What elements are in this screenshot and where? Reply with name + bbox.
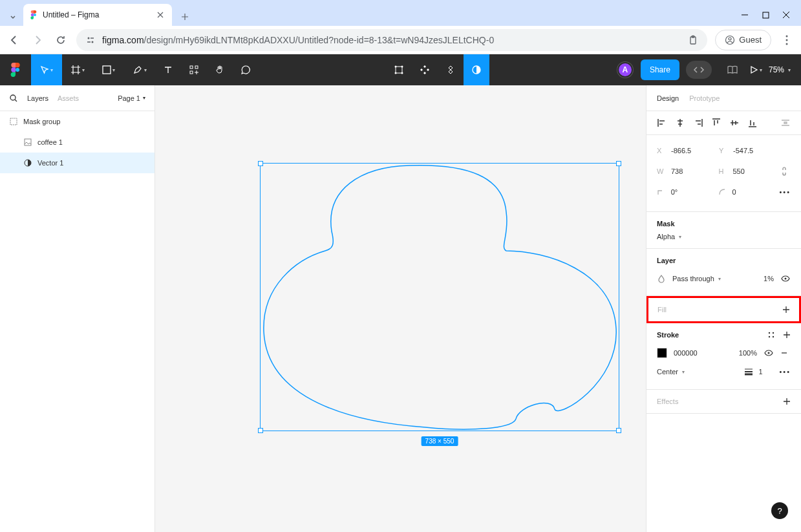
shape-tool-button[interactable]: ▾ — [93, 54, 124, 85]
stroke-width-icon — [744, 368, 753, 376]
align-top-icon[interactable] — [711, 118, 721, 128]
library-button[interactable] — [722, 54, 743, 85]
svg-point-30 — [773, 336, 774, 337]
y-input[interactable]: -547.5 — [733, 147, 778, 154]
browser-menu-button[interactable] — [779, 35, 795, 45]
text-tool-button[interactable] — [155, 54, 181, 85]
add-fill-button[interactable] — [782, 306, 790, 314]
svg-point-28 — [773, 332, 774, 334]
mask-button[interactable] — [464, 54, 489, 85]
w-input[interactable]: 738 — [671, 167, 716, 175]
design-tab[interactable]: Design — [657, 94, 679, 102]
edit-object-button[interactable] — [386, 54, 412, 85]
resize-handle-bl[interactable] — [258, 428, 263, 433]
add-stroke-button[interactable] — [783, 331, 791, 339]
more-options-button[interactable]: ••• — [779, 188, 791, 196]
h-input[interactable]: 550 — [732, 167, 778, 175]
resize-handle-tr[interactable] — [616, 161, 621, 166]
share-button[interactable]: Share — [641, 59, 679, 80]
hand-tool-button[interactable] — [207, 54, 233, 85]
canvas[interactable]: 738 × 550 — [155, 85, 646, 532]
blend-mode-dropdown[interactable]: Pass through▾ — [672, 275, 721, 282]
stroke-opacity-input[interactable]: 100% — [739, 349, 757, 357]
blend-mode-icon[interactable] — [657, 274, 666, 283]
profile-button[interactable]: Guest — [715, 30, 771, 50]
tab-search-dropdown[interactable] — [5, 8, 21, 26]
tab-close-icon[interactable] — [155, 10, 166, 20]
svg-rect-4 — [690, 37, 696, 44]
stroke-hex-input[interactable]: 000000 — [674, 349, 698, 357]
help-button[interactable]: ? — [771, 502, 788, 519]
svg-point-10 — [786, 43, 788, 45]
radius-input[interactable]: 0 — [732, 188, 776, 196]
reload-button[interactable] — [53, 32, 69, 48]
effects-section-header: Effects — [657, 398, 678, 405]
close-window-button[interactable] — [782, 10, 791, 19]
page-dropdown[interactable]: Page 1▾ — [118, 94, 145, 102]
present-button[interactable]: ▾ — [743, 54, 769, 85]
align-hcenter-icon[interactable] — [675, 118, 685, 128]
layers-tab[interactable]: Layers — [27, 94, 48, 102]
search-icon[interactable] — [9, 94, 18, 103]
constrain-proportions-icon[interactable] — [780, 166, 791, 176]
minimize-button[interactable] — [740, 10, 749, 19]
rotation-input[interactable]: 0° — [671, 188, 716, 196]
align-vcenter-icon[interactable] — [729, 118, 740, 128]
layer-mask-group[interactable]: Mask group — [0, 111, 155, 132]
user-avatar[interactable]: A — [617, 62, 633, 78]
resize-handle-br[interactable] — [616, 428, 621, 433]
tab-title: Untitled – Figma — [43, 10, 150, 19]
assets-tab[interactable]: Assets — [58, 94, 79, 102]
use-as-mask-button[interactable] — [438, 54, 464, 85]
site-settings-icon[interactable] — [85, 35, 96, 45]
vector-shape — [261, 164, 620, 432]
svg-point-20 — [401, 72, 403, 74]
zoom-dropdown[interactable]: 75%▾ — [769, 65, 791, 74]
back-button[interactable] — [6, 32, 22, 48]
comment-tool-button[interactable] — [233, 54, 259, 85]
add-effect-button[interactable] — [783, 398, 791, 405]
create-component-button[interactable] — [412, 54, 438, 85]
forward-button[interactable] — [30, 32, 45, 48]
maximize-button[interactable] — [761, 10, 770, 19]
visibility-icon[interactable] — [780, 273, 791, 284]
selection-box[interactable]: 738 × 550 — [260, 163, 619, 431]
layer-coffee-1[interactable]: coffee 1 — [0, 132, 155, 153]
remove-stroke-button[interactable] — [780, 349, 791, 357]
url-bar[interactable]: figma.com/design/mHy69ikdLNTMt8pKdADXXU/… — [76, 29, 707, 51]
svg-rect-14 — [195, 66, 198, 69]
dev-mode-toggle[interactable] — [686, 61, 712, 79]
align-right-icon[interactable] — [693, 118, 703, 128]
figma-menu-button[interactable] — [0, 54, 31, 85]
x-input[interactable]: -866.5 — [671, 147, 716, 154]
align-left-icon[interactable] — [657, 118, 667, 128]
stroke-visibility-icon[interactable] — [764, 348, 774, 358]
new-tab-button[interactable] — [176, 8, 194, 26]
stroke-align-dropdown[interactable]: Center▾ — [657, 368, 685, 376]
stroke-styles-button[interactable] — [767, 331, 775, 339]
stroke-more-button[interactable]: ••• — [779, 368, 791, 376]
align-bottom-icon[interactable] — [747, 118, 758, 128]
resources-button[interactable] — [181, 54, 207, 85]
svg-point-26 — [785, 278, 787, 280]
svg-point-17 — [395, 66, 397, 68]
pen-tool-button[interactable]: ▾ — [124, 54, 155, 85]
stroke-width-input[interactable]: 1 — [758, 368, 774, 376]
mask-type-dropdown[interactable]: Alpha▾ — [657, 233, 791, 240]
x-label: X — [657, 147, 668, 154]
svg-point-0 — [34, 14, 36, 16]
stroke-color-swatch[interactable] — [657, 348, 667, 358]
person-icon — [725, 35, 735, 45]
browser-tab[interactable]: Untitled – Figma — [23, 4, 172, 26]
resize-handle-tl[interactable] — [258, 161, 263, 166]
distribute-icon[interactable] — [780, 118, 791, 128]
prototype-tab[interactable]: Prototype — [689, 94, 720, 102]
move-tool-button[interactable]: ▾ — [31, 54, 62, 85]
stroke-section-header: Stroke — [657, 331, 679, 339]
clipboard-icon[interactable] — [688, 35, 698, 45]
frame-tool-button[interactable]: ▾ — [62, 54, 93, 85]
h-label: H — [719, 167, 731, 175]
fill-section-header: Fill — [657, 306, 667, 314]
layer-vector-1[interactable]: Vector 1 — [0, 153, 155, 173]
opacity-value[interactable]: 1% — [764, 275, 774, 282]
